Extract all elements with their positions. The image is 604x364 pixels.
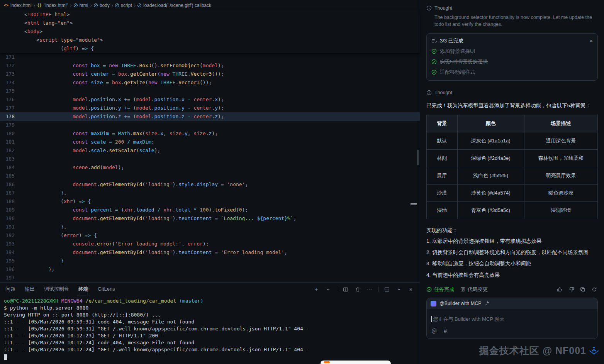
code-line[interactable]: 175 <box>0 87 420 95</box>
refresh-icon[interactable] <box>591 286 598 293</box>
todo-item: 实现5种背景切换逻辑 <box>431 58 593 65</box>
code-line[interactable]: 193 console.error('Error loading model:'… <box>0 240 420 248</box>
line-number: 186 <box>0 180 15 189</box>
panel-tab-2[interactable]: 调试控制台 <box>44 283 69 296</box>
code-line[interactable]: 171 <box>0 53 420 61</box>
terminal-line <box>4 353 420 360</box>
split-terminal-icon[interactable] <box>342 286 349 293</box>
thought-icon <box>426 5 432 11</box>
task-complete-label: 任务完成 <box>434 286 454 293</box>
todo-progress: 3/3 已完成 <box>440 37 463 44</box>
table-row: 默认深灰色 (#1a1a1a)通用深色背景 <box>427 132 598 149</box>
table-cell: 浅白色 (#f5f5f5) <box>457 167 524 184</box>
line-number: 196 <box>0 265 15 274</box>
tools-icon <box>485 301 490 306</box>
code-line[interactable]: 179 <box>0 121 420 129</box>
code-line[interactable]: 187 }, <box>0 189 420 197</box>
panel-tab-0[interactable]: 问题 <box>5 283 15 296</box>
copy-icon[interactable] <box>579 286 586 293</box>
todo-header: 3/3 已完成 × <box>431 37 593 44</box>
kill-terminal-icon[interactable] <box>354 286 361 293</box>
code-line[interactable]: 181 const scale = 200 / maxDim; <box>0 138 420 146</box>
code-line[interactable]: 192 (error) => { <box>0 231 420 240</box>
chip-label: @Builder with MCP <box>439 301 482 306</box>
code-line[interactable]: 180 const maxDim = Math.max(size.x, size… <box>0 129 420 138</box>
code-line[interactable]: 194 document.getElementById('loading').t… <box>0 248 420 257</box>
sticky-line: <!DOCTYPE html> <box>0 10 420 19</box>
table-row: 沙漠沙黄色 (#d4a574)暖色调沙漠 <box>427 184 598 201</box>
chat-input[interactable]: 您正在与 Builder with MCP 聊天 <box>427 309 597 327</box>
code-line[interactable]: 195 } <box>0 257 420 265</box>
code-line[interactable]: 188 (xhr) => { <box>0 197 420 206</box>
table-row: 湿地青灰色 (#3d5a5c)湿润环境 <box>427 201 598 219</box>
code-line[interactable]: 177 model.position.y += (model.position.… <box>0 104 420 112</box>
code-line[interactable]: 185 <box>0 172 420 180</box>
hash-icon[interactable]: # <box>444 328 447 334</box>
close-panel-icon[interactable]: × <box>407 286 414 293</box>
editor-pane: <>index.html›{}"index.html"›html›body›sc… <box>0 0 420 364</box>
line-number: 175 <box>0 87 15 95</box>
code-line[interactable]: 176 model.position.x += (model.position.… <box>0 95 420 104</box>
breadcrumb-item[interactable]: loader.load('./scene.gltf') callback <box>137 3 211 8</box>
code-changes-button[interactable]: 代码变更 <box>460 286 488 293</box>
status-row: 任务完成 代码变更 <box>426 286 598 293</box>
diff-icon <box>460 287 465 292</box>
panel-tab-1[interactable]: 输出 <box>25 283 35 296</box>
code-line[interactable]: 184 scene.add(model); <box>0 163 420 172</box>
code-line[interactable]: 190 document.getElementById('loading').t… <box>0 214 420 223</box>
code-line[interactable]: 197 <box>0 274 420 282</box>
code-lines[interactable]: 171172 const box = new THREE.Box3().setF… <box>0 53 420 282</box>
breadcrumb-item[interactable]: {}"index.html" <box>37 3 68 8</box>
line-number: 183 <box>0 155 15 163</box>
minimap-marker <box>411 203 417 205</box>
chevron-down-icon[interactable] <box>325 286 332 293</box>
line-number: 195 <box>0 257 15 265</box>
more-actions-icon[interactable]: ··· <box>366 286 373 293</box>
code-line[interactable]: 196 ); <box>0 265 420 274</box>
new-terminal-button[interactable]: + <box>313 286 320 293</box>
chat-input-card[interactable]: @Builder with MCP 您正在与 Builder with MCP … <box>426 298 598 339</box>
table-row: 林间深绿色 (#2d4a3e)森林氛围，光线柔和 <box>427 149 598 167</box>
panel-tab-3[interactable]: 终端 <box>78 283 88 296</box>
assistant-panel: Thought The background selector function… <box>420 0 604 364</box>
feature-item: 4. 当前选中的按钮会有高亮效果 <box>426 271 598 279</box>
line-number: 177 <box>0 104 15 112</box>
mention-icon[interactable]: @ <box>431 328 437 334</box>
code-line[interactable]: 189 const percent = (xhr.loaded / xhr.to… <box>0 206 420 214</box>
code-line[interactable]: 174 const size = box.getSize(new THREE.V… <box>0 78 420 87</box>
feature-item: 1. 底部居中的背景选择按钮组，带有玻璃拟态效果 <box>426 237 598 245</box>
code-line[interactable]: 183 <box>0 155 420 163</box>
task-complete-badge: 任务完成 <box>426 286 454 293</box>
code-line[interactable]: 178 model.position.z += (model.position.… <box>0 112 420 121</box>
panel-layout-icon[interactable] <box>383 286 390 293</box>
terminal-output[interactable]: oo@PC-20211228GXKH MINGW64 /e/car_model_… <box>0 296 420 364</box>
table-cell: 青灰色 (#3d5a5c) <box>457 201 524 219</box>
thumbs-up-icon[interactable] <box>556 286 563 293</box>
code-line[interactable]: 186 document.getElementById('loading').s… <box>0 180 420 189</box>
breadcrumb-item[interactable]: script <box>115 3 132 8</box>
breadcrumb-item[interactable]: body <box>94 3 110 8</box>
code-line[interactable]: 172 const box = new THREE.Box3().setFrom… <box>0 61 420 70</box>
context-chip[interactable]: @Builder with MCP <box>427 298 597 309</box>
breadcrumb-separator: › <box>112 2 113 8</box>
thumbs-down-icon[interactable] <box>568 286 575 293</box>
breadcrumb-item[interactable]: <>index.html <box>4 3 32 8</box>
editor-scrollbar[interactable] <box>417 150 419 165</box>
html-file-icon: <> <box>4 3 8 7</box>
table-cell: 林间 <box>427 149 458 167</box>
line-number: 176 <box>0 95 15 104</box>
text-caret <box>431 316 432 322</box>
background-table: 背景颜色场景描述默认深灰色 (#1a1a1a)通用深色背景林间深绿色 (#2d4… <box>426 115 598 219</box>
maximize-panel-icon[interactable] <box>395 286 402 293</box>
breadcrumb-item[interactable]: html <box>74 3 88 8</box>
terminal-cursor <box>4 354 7 360</box>
code-line[interactable]: 182 model.scale.setScalar(scale); <box>0 146 420 155</box>
code-line[interactable]: 173 const center = box.getCenter(new THR… <box>0 70 420 78</box>
todo-item-label: 适配移动端样式 <box>440 69 475 76</box>
terminal-line: ::1 - - [05/Mar/2026 10:12:24] code 404,… <box>4 339 420 346</box>
todo-card: 3/3 已完成 × 添加背景选择UI实现5种背景切换逻辑适配移动端样式 <box>426 33 598 81</box>
code-line[interactable]: 191 }, <box>0 223 420 231</box>
table-cell: 森林氛围，光线柔和 <box>524 149 598 167</box>
close-icon[interactable]: × <box>590 38 593 44</box>
panel-tab-4[interactable]: GitLens <box>98 283 115 296</box>
